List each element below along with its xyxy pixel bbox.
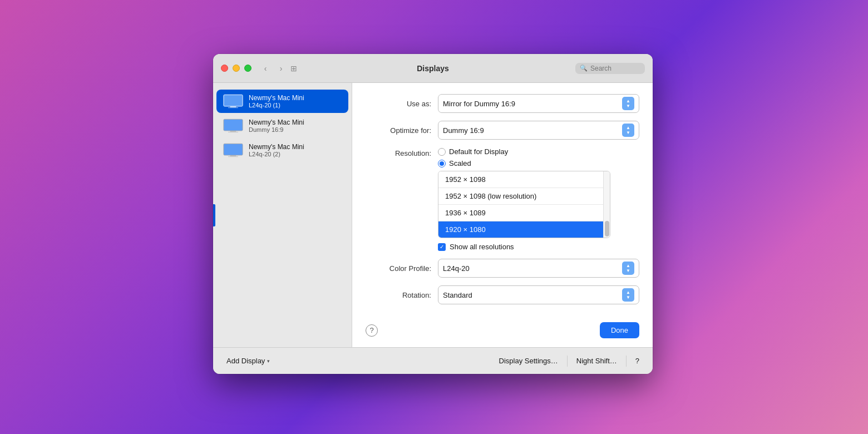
rotation-select[interactable]: Standard ▲ ▼ (438, 285, 639, 304)
sidebar-item-primary-2: Newmy's Mac Mini (249, 143, 304, 151)
stepper-down-icon-4: ▼ (626, 295, 630, 300)
search-icon: 🔍 (580, 65, 588, 72)
footer-help-button[interactable]: ? (631, 354, 644, 367)
monitor-icon-0 (223, 94, 243, 108)
rotation-row: Rotation: Standard ▲ ▼ (366, 285, 639, 304)
panel-bottom: ? Done (366, 322, 639, 338)
resolution-item-3[interactable]: 1920 × 1080 (438, 221, 603, 238)
footer-right: Display Settings… Night Shift… ? (495, 354, 644, 367)
resolution-default-label: Default for Display (449, 147, 508, 156)
color-profile-row: Color Profile: L24q-20 ▲ ▼ (366, 259, 639, 278)
svg-rect-0 (224, 95, 243, 106)
svg-rect-5 (228, 132, 238, 132)
stepper-up-icon-2: ▲ (626, 126, 630, 130)
sidebar-item-texts-2: Newmy's Mac Mini L24q-20 (2) (249, 143, 304, 157)
optimize-for-row: Optimize for: Dummy 16:9 ▲ ▼ (366, 121, 639, 140)
resolution-list: 1952 × 1098 1952 × 1098 (low resolution)… (438, 171, 603, 238)
nav-buttons: ‹ › (259, 62, 287, 75)
displays-window: ‹ › ⊞ Displays 🔍 (213, 54, 653, 374)
stepper-up-icon: ▲ (626, 99, 630, 103)
use-as-row: Use as: Mirror for Dummy 16:9 ▲ ▼ (366, 94, 639, 113)
optimize-for-select[interactable]: Dummy 16:9 ▲ ▼ (438, 121, 639, 140)
use-as-value: Mirror for Dummy 16:9 (443, 100, 619, 108)
stepper-down-icon: ▼ (626, 104, 630, 108)
night-shift-label: Night Shift… (576, 357, 617, 365)
resolution-label: Resolution: (366, 147, 438, 157)
content-area: Newmy's Mac Mini L24q-20 (1) Newmy's Mac… (213, 83, 653, 347)
show-all-resolutions-row[interactable]: Show all resolutions (438, 243, 639, 251)
resolution-row: Resolution: Default for Display Scaled (366, 147, 639, 251)
resolution-item-1[interactable]: 1952 × 1098 (low resolution) (438, 188, 603, 205)
maximize-button[interactable] (244, 65, 251, 72)
resolution-radio-group: Default for Display Scaled (438, 147, 639, 167)
monitor-icon-1 (223, 119, 243, 133)
svg-rect-4 (230, 131, 236, 132)
done-button[interactable]: Done (600, 322, 639, 338)
resolution-scaled-radio[interactable] (438, 160, 446, 167)
sidebar-item-texts-0: Newmy's Mac Mini L24q-20 (1) (249, 94, 304, 108)
sidebar-item-secondary-2: L24q-20 (2) (249, 151, 304, 157)
resolution-default-radio[interactable] (438, 148, 446, 156)
resolution-item-0[interactable]: 1952 × 1098 (438, 171, 603, 188)
use-as-stepper[interactable]: ▲ ▼ (622, 97, 634, 110)
resolution-list-wrapper: 1952 × 1098 1952 × 1098 (low resolution)… (438, 171, 610, 238)
sidebar-item-secondary-0: L24q-20 (1) (249, 102, 304, 108)
grid-icon[interactable]: ⊞ (290, 64, 297, 73)
svg-rect-1 (230, 106, 236, 107)
show-all-resolutions-checkbox[interactable] (438, 243, 446, 251)
search-box[interactable]: 🔍 (575, 63, 645, 74)
sidebar: Newmy's Mac Mini L24q-20 (1) Newmy's Mac… (213, 83, 352, 347)
color-profile-label: Color Profile: (366, 264, 438, 273)
resolution-item-2[interactable]: 1936 × 1089 (438, 205, 603, 221)
close-button[interactable] (221, 65, 228, 72)
sidebar-item-0[interactable]: Newmy's Mac Mini L24q-20 (1) (216, 90, 348, 113)
minimize-button[interactable] (233, 65, 240, 72)
svg-rect-7 (230, 155, 236, 156)
use-as-select[interactable]: Mirror for Dummy 16:9 ▲ ▼ (438, 94, 639, 113)
optimize-for-label: Optimize for: (366, 126, 438, 135)
sidebar-item-primary-0: Newmy's Mac Mini (249, 94, 304, 102)
color-profile-value: L24q-20 (443, 264, 619, 273)
optimize-for-stepper[interactable]: ▲ ▼ (622, 124, 634, 137)
color-profile-control: L24q-20 ▲ ▼ (438, 259, 639, 278)
display-settings-button[interactable]: Display Settings… (495, 354, 563, 367)
use-as-control: Mirror for Dummy 16:9 ▲ ▼ (438, 94, 639, 113)
display-settings-label: Display Settings… (499, 357, 558, 365)
forward-button[interactable]: › (275, 62, 287, 75)
resolution-control: Default for Display Scaled 1952 × 1098 1… (438, 147, 639, 251)
night-shift-button[interactable]: Night Shift… (572, 354, 622, 367)
resolution-scrollbar[interactable] (603, 171, 610, 238)
resolution-default-row[interactable]: Default for Display (438, 147, 639, 156)
svg-rect-3 (224, 119, 243, 131)
search-input[interactable] (590, 65, 640, 72)
back-button[interactable]: ‹ (259, 62, 272, 75)
rotation-label: Rotation: (366, 291, 438, 299)
resolution-scaled-row[interactable]: Scaled (438, 159, 639, 167)
footer-help-label: ? (635, 357, 639, 365)
stepper-up-icon-4: ▲ (626, 290, 630, 295)
add-display-label: Add Display (226, 357, 265, 365)
sidebar-item-texts-1: Newmy's Mac Mini Dummy 16:9 (249, 119, 304, 133)
sidebar-item-2[interactable]: Newmy's Mac Mini L24q-20 (2) (216, 139, 348, 162)
sidebar-item-secondary-1: Dummy 16:9 (249, 126, 304, 133)
add-display-button[interactable]: Add Display ▾ (222, 354, 274, 367)
footer: Add Display ▾ Display Settings… Night Sh… (213, 347, 653, 374)
svg-rect-6 (224, 144, 243, 155)
stepper-down-icon-3: ▼ (626, 269, 630, 273)
scrollbar-thumb (605, 221, 609, 236)
optimize-for-control: Dummy 16:9 ▲ ▼ (438, 121, 639, 140)
color-profile-select[interactable]: L24q-20 ▲ ▼ (438, 259, 639, 278)
rotation-stepper[interactable]: ▲ ▼ (622, 288, 634, 302)
show-all-resolutions-label: Show all resolutions (450, 243, 514, 251)
color-profile-stepper[interactable]: ▲ ▼ (622, 262, 634, 275)
footer-divider-2 (626, 356, 627, 367)
panel-help-button[interactable]: ? (366, 324, 378, 337)
svg-rect-8 (228, 156, 238, 157)
sidebar-item-primary-1: Newmy's Mac Mini (249, 119, 304, 126)
optimize-for-value: Dummy 16:9 (443, 126, 619, 135)
settings-panel: Use as: Mirror for Dummy 16:9 ▲ ▼ Optimi… (352, 83, 653, 347)
titlebar: ‹ › ⊞ Displays 🔍 (213, 54, 653, 83)
stepper-down-icon-2: ▼ (626, 131, 630, 135)
sidebar-item-1[interactable]: Newmy's Mac Mini Dummy 16:9 (216, 114, 348, 137)
monitor-icon-2 (223, 143, 243, 157)
